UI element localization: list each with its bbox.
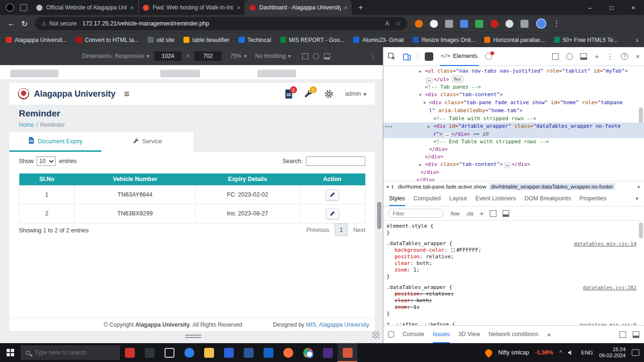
drawer-tab-issues[interactable]: Issues [433,326,450,343]
security-label[interactable]: Not secure [50,20,77,27]
bookmark-item[interactable]: Horizontal parallax... [484,37,545,43]
bookmark-item[interactable]: Techincal [239,37,271,43]
tab-document-expiry[interactable]: Document Expiry [9,132,101,152]
css-rule-selector[interactable]: *, ::after, ::before {bootstrap.min.css:… [387,321,644,325]
bookmark-item[interactable]: Alagappa Universit... [6,37,67,43]
crumbs-scroll-right-icon[interactable]: ▸ [636,183,642,190]
next-page-button[interactable]: Next [353,227,365,233]
zoom-select[interactable]: 75%▾ [230,53,247,59]
layers-icon[interactable] [580,53,587,60]
device-toggle-icon[interactable] [403,52,411,61]
toggle-element-classes[interactable]: .cls [466,211,474,216]
extension-light-icon[interactable] [430,20,438,28]
new-tab-button[interactable]: + [358,3,363,12]
edge-browser-taskbar-icon[interactable] [179,343,199,362]
expand-arrow-icon[interactable]: ▼ [423,99,429,107]
gift-app-taskbar-icon[interactable] [120,343,140,362]
expand-arrow-icon[interactable]: ▶ [419,161,425,169]
eclipse-taskbar-icon[interactable] [318,343,338,362]
action-center-icon[interactable] [632,349,639,356]
extension-dots-icon[interactable] [520,20,528,28]
back-icon[interactable]: ← [5,19,18,28]
elements-tree-line[interactable]: <!-- Tab panes --> [383,83,644,91]
dom-breadcrumb[interactable]: div#home.tab-pane.fade.active.show [396,183,488,190]
previous-page-button[interactable]: Previous [306,227,330,233]
stylesheet-link[interactable]: datatables.css:282 [583,284,636,291]
elements-tree-line[interactable]: •••▶<div id="drtable_wrapper" class="dat… [383,123,644,131]
expand-arrow-icon[interactable]: ▼ [419,91,425,99]
elements-tree-line[interactable]: ▶<ul class="nav nav-tabs nav-justified" … [383,67,644,75]
capture-screenshot-icon[interactable] [313,53,319,59]
drawer-console-icon[interactable] [388,331,394,337]
bookmark-item[interactable]: Convert to HTML ta... [76,37,139,43]
errors-indicator-icon[interactable] [485,53,492,60]
photoshop-taskbar-icon[interactable] [338,343,357,362]
css-property[interactable]: position: relative; [387,291,644,297]
drawer-tab-console[interactable]: Console [403,326,424,343]
entries-select[interactable]: 10 [37,156,56,166]
grid-overlay-icon[interactable] [490,210,496,217]
start-button[interactable] [0,343,21,362]
bookmark-item[interactable]: Alumis23- Gmail [353,37,404,43]
elements-tree-line[interactable]: ▼<div class="tab-content"> [383,91,644,99]
expand-drawer-icon[interactable] [633,331,639,338]
inbox-app-taskbar-icon[interactable] [140,343,159,362]
crumbs-scroll-left-icon[interactable]: ◂ [386,184,388,189]
tab-elements[interactable]: </> Elements [440,47,479,66]
expand-arrow-icon[interactable]: ▶ [419,68,425,75]
computed-toggle-icon[interactable] [503,210,509,217]
sensors-icon[interactable] [566,53,573,60]
device-frame-icon[interactable] [324,53,330,59]
bookmark-item[interactable]: table beautifier [183,37,230,43]
browser-menu-icon[interactable]: ⋮ [553,19,560,28]
css-property[interactable]: zoom: 1; [387,304,644,311]
elements-tree-line[interactable]: l" aria-labelledby="home-tab"> [383,107,644,115]
elements-tree-line[interactable]: </div> [383,153,644,161]
tab-close-icon[interactable]: × [344,4,347,11]
elements-tree-line[interactable]: r">…</div> == $0 [383,131,644,138]
styles-tab-properties[interactable]: Properties [579,191,606,206]
hidden-icons-chevron[interactable]: ^ [559,349,562,356]
devtools-menu-icon[interactable]: ⋮ [606,52,613,61]
dom-breadcrumb[interactable]: div#drtable_wrapper.dataTables_wrapper.n… [489,183,615,190]
drawer-more-icon[interactable]: + [547,330,551,338]
viewport-horizontal-scrollbar[interactable] [185,335,201,338]
stylesheet-link[interactable]: bootstrap.min.css:6 [580,321,636,325]
devtools-extension-icon[interactable] [425,52,433,61]
bookmark-item[interactable]: MIS REPORT - Goo... [280,37,345,43]
elements-tree-line[interactable]: </div> [383,169,644,176]
tab-search-icon[interactable] [20,4,27,11]
minimize-button[interactable]: – [579,0,601,15]
stylesheet-link[interactable]: datatables.min.css:14 [574,240,636,247]
mail-taskbar-icon[interactable] [258,343,278,362]
help-icon[interactable]: ? [621,53,628,60]
browser-tab[interactable]: Official Website of Alagappa Uni× [32,0,139,15]
extension-gray-icon[interactable] [445,20,453,28]
chrome-browser-taskbar-icon[interactable] [298,343,318,362]
admin-dropdown[interactable]: admin▾ [345,90,366,98]
tab-close-icon[interactable]: × [237,4,240,11]
elements-tree-line[interactable]: ▶<div class="tab-content">…</div> [383,161,644,169]
drawer-tab-3d-view[interactable]: 3D View [458,326,480,343]
close-button[interactable]: × [622,0,644,15]
reload-icon[interactable]: ↻ [18,19,31,28]
inspect-element-icon[interactable] [388,52,396,61]
maximize-button[interactable]: □ [601,0,622,15]
color-swatch[interactable] [451,248,455,252]
taskbar-search[interactable] [21,346,120,360]
elements-tree-line[interactable]: </div> [383,176,644,181]
bookmarks-overflow-icon[interactable]: › [636,36,638,44]
url-text[interactable]: 172.17.25.21/vehicle-management/reminder… [83,20,209,27]
profile-avatar[interactable] [536,18,546,29]
css-property[interactable]: clear: both; [387,260,644,267]
edit-button[interactable] [326,208,339,219]
edit-button[interactable] [326,189,339,200]
rotate-viewport-icon[interactable] [302,53,308,59]
taskbar-search-input[interactable] [34,349,110,356]
rendering-icon[interactable] [552,53,559,60]
news-widget-icon[interactable] [484,347,494,357]
add-panel-icon[interactable]: + [594,52,599,60]
styles-scrollbar[interactable] [639,222,643,239]
ticker-label[interactable]: Nifty smlcap [498,349,529,356]
device-type-select[interactable]: Dimensions: Responsive▾ [82,53,149,59]
